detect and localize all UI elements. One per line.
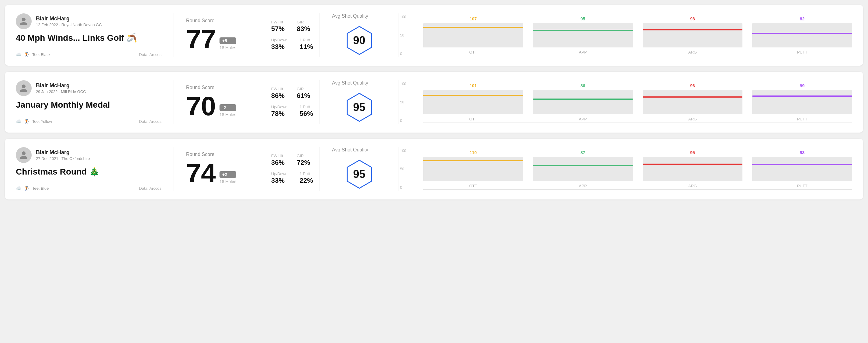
score-diff-badge: -2 [219,104,236,111]
bar-value: 98 [690,17,695,21]
avatar [16,80,32,96]
quality-label: Avg Shot Quality [332,80,368,86]
bar-group-arg: 95 ARG [643,150,743,188]
up-down-value: 33% [271,177,287,185]
score-label: Round Score [186,85,247,90]
fw-hit-value: 36% [271,159,285,167]
y-label-50: 50 [400,100,406,104]
chart-wrapper: 100 50 0 101 OTT 86 [411,82,852,123]
chart-y-labels: 100 50 0 [400,82,406,123]
stats-row-top: FW Hit 57% GIR 83% [271,20,307,33]
bar-group-ott: 107 OTT [423,17,523,55]
quality-section: Avg Shot Quality 90 [320,13,399,57]
fw-hit-label: FW Hit [271,87,285,91]
bar-label: ARG [688,117,697,121]
bar-group-putt: 99 PUTT [752,83,852,121]
up-down-label: Up/Down [271,172,287,176]
bar-group-putt: 93 PUTT [752,150,852,188]
up-down-stat: Up/Down 33% [271,38,287,51]
score-badge-holes: -2 18 Holes [219,104,236,117]
quality-section: Avg Shot Quality 95 [320,147,399,191]
bar-label: APP [579,184,587,188]
user-meta: 29 Jan 2022 · Mill Ride GCC [36,89,86,94]
y-label-100: 100 [400,149,406,153]
gir-label: GIR [297,154,310,158]
up-down-stat: Up/Down 78% [271,104,287,118]
hexagon-container: 90 [343,24,376,57]
user-info: Blair McHarg 27 Dec 2021 · The Oxfordshi… [36,149,90,161]
stats-row-top: FW Hit 86% GIR 61% [271,87,307,100]
y-label-50: 50 [400,167,406,171]
bar-label: PUTT [797,117,807,121]
bar-value: 101 [470,83,477,88]
bar-wrapper [752,157,852,181]
chart-axis-line [423,56,852,56]
user-name: Blair McHarg [36,83,86,89]
bag-icon: 🏌️ [24,52,30,57]
score-main: 74 +2 18 Holes [186,160,247,186]
score-label: Round Score [186,18,247,23]
score-number: 74 [186,160,216,186]
stats-section: FW Hit 36% GIR 72% Up/Down 33% 1 Putt [259,147,320,191]
bar-group-arg: 96 ARG [643,83,743,121]
one-putt-value: 11% [300,43,313,51]
score-badge-holes: +5 18 Holes [219,37,236,50]
one-putt-value: 22% [300,177,313,185]
y-label-100: 100 [400,82,406,86]
round-card: Blair McHarg 27 Dec 2021 · The Oxfordshi… [5,139,863,199]
bar-group-app: 87 APP [533,150,633,188]
gir-value: 83% [297,25,310,33]
user-row: Blair McHarg 27 Dec 2021 · The Oxfordshi… [16,147,161,163]
bar-label: OTT [469,184,477,188]
user-icon [19,84,28,93]
chart-axis-line [423,123,852,123]
weather-icon: ☁️ [16,186,22,191]
round-title: Christmas Round 🎄 [16,167,161,177]
score-section: Round Score 74 +2 18 Holes [174,147,259,191]
bar-value: 99 [800,83,805,88]
score-label: Round Score [186,152,247,157]
bar-wrapper [752,90,852,114]
up-down-stat: Up/Down 33% [271,172,287,185]
bar-label: PUTT [797,50,807,55]
bar-label: ARG [688,50,697,55]
quality-score: 90 [353,34,365,47]
stats-section: FW Hit 57% GIR 83% Up/Down 33% 1 Putt [259,13,320,57]
quality-label: Avg Shot Quality [332,13,368,19]
bar-chart: 110 OTT 87 APP 95 [423,149,852,188]
one-putt-label: 1 Putt [300,172,313,176]
bar-chart: 101 OTT 86 APP 96 [423,82,852,121]
y-label-100: 100 [400,15,406,19]
bar-wrapper [533,90,633,114]
tee-label: Tee: Black [32,52,51,57]
data-source: Data: Arccos [139,119,161,124]
bar-group-arg: 98 ARG [643,17,743,55]
user-row: Blair McHarg 29 Jan 2022 · Mill Ride GCC [16,80,161,96]
score-number: 70 [186,93,216,120]
bar-chart: 107 OTT 95 APP 98 [423,15,852,55]
score-main: 70 -2 18 Holes [186,93,247,120]
quality-label: Avg Shot Quality [332,147,368,153]
chart-wrapper: 100 50 0 107 OTT 95 [411,15,852,56]
bar-label: APP [579,50,587,55]
gir-stat: GIR 72% [297,154,310,167]
bar-value: 86 [580,83,585,88]
user-name: Blair McHarg [36,149,90,156]
bar-label: APP [579,117,587,121]
bar-label: PUTT [797,184,807,188]
bar-wrapper [643,23,743,48]
tee-info: ☁️ 🏌️ Tee: Black [16,52,51,57]
gir-value: 72% [297,159,310,167]
one-putt-stat: 1 Putt 11% [300,38,313,51]
stats-section: FW Hit 86% GIR 61% Up/Down 78% 1 Putt [259,80,320,124]
round-card: Blair McHarg 29 Jan 2022 · Mill Ride GCC… [5,72,863,132]
fw-hit-stat: FW Hit 36% [271,154,285,167]
y-label-50: 50 [400,33,406,37]
bar-wrapper [643,90,743,114]
bar-value: 96 [690,83,695,88]
weather-icon: ☁️ [16,119,22,124]
one-putt-value: 56% [300,110,313,118]
chart-y-labels: 100 50 0 [400,15,406,56]
stats-row-bottom: Up/Down 33% 1 Putt 22% [271,172,307,185]
score-main: 77 +5 18 Holes [186,26,247,53]
